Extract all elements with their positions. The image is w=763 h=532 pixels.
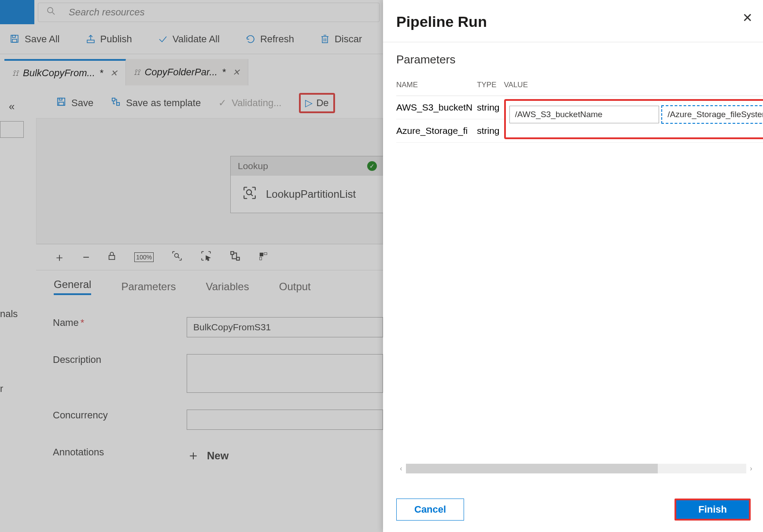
refresh-button[interactable]: Refresh bbox=[245, 33, 294, 45]
activity-body: LookupPartitionList bbox=[231, 176, 384, 213]
template-icon bbox=[111, 97, 121, 109]
debug-label: De bbox=[316, 97, 328, 109]
trash-icon bbox=[320, 34, 330, 44]
scroll-track[interactable] bbox=[406, 464, 746, 473]
svg-rect-18 bbox=[260, 252, 263, 256]
param-type: string bbox=[477, 96, 504, 119]
pipeline-toolbar: Save Save as template ✓ Validating... ▷ … bbox=[36, 88, 383, 118]
lock-icon[interactable] bbox=[107, 251, 117, 264]
tab-label: CopyFolderPar... bbox=[144, 66, 217, 78]
name-label: Name* bbox=[53, 317, 187, 329]
save-all-icon bbox=[10, 34, 20, 44]
activity-name: LookupPartitionList bbox=[266, 188, 356, 200]
zoom-100-icon[interactable]: 100% bbox=[134, 252, 154, 262]
tab-bulkcopy[interactable]: ⟟⟟ BulkCopyFrom... * ✕ bbox=[4, 59, 126, 85]
svg-rect-5 bbox=[87, 40, 94, 43]
close-icon[interactable]: ✕ bbox=[110, 68, 118, 78]
check-icon bbox=[158, 34, 168, 44]
save-button[interactable]: Save bbox=[56, 97, 93, 109]
col-type: TYPE bbox=[477, 74, 504, 96]
search-box[interactable] bbox=[38, 3, 380, 22]
scroll-thumb[interactable] bbox=[406, 464, 658, 473]
success-icon: ✓ bbox=[367, 161, 377, 171]
search-input[interactable] bbox=[69, 7, 371, 18]
collapse-icon[interactable]: « bbox=[9, 100, 15, 113]
zoom-fit-icon[interactable] bbox=[171, 250, 183, 265]
param-row: AWS_S3_bucketN string bbox=[396, 96, 763, 119]
tab-output[interactable]: Output bbox=[279, 281, 311, 293]
param-type: string bbox=[477, 119, 504, 143]
new-annotation-button[interactable]: ＋ New bbox=[187, 447, 229, 465]
scroll-left-icon[interactable]: ‹ bbox=[396, 465, 406, 473]
name-input[interactable] bbox=[187, 317, 383, 337]
plus-icon: ＋ bbox=[187, 447, 200, 465]
svg-line-15 bbox=[178, 257, 179, 258]
concurrency-input[interactable] bbox=[187, 410, 383, 430]
tab-strip: ⟟⟟ BulkCopyFrom... * ✕ ⟟⟟ CopyFolderPar.… bbox=[4, 59, 383, 85]
minimap-icon[interactable] bbox=[258, 251, 268, 264]
pipeline-run-panel: ✕ Pipeline Run Parameters NAME TYPE VALU… bbox=[383, 0, 763, 532]
dirty-star: * bbox=[222, 66, 226, 78]
parameters-table: NAME TYPE VALUE AWS_S3_bucketN string Az… bbox=[396, 74, 763, 143]
close-icon[interactable]: ✕ bbox=[232, 67, 240, 78]
save-label: Save bbox=[71, 97, 93, 109]
select-icon[interactable] bbox=[200, 250, 212, 265]
svg-rect-3 bbox=[12, 35, 15, 37]
save-template-label: Save as template bbox=[126, 97, 201, 109]
refresh-icon bbox=[245, 34, 256, 44]
discard-button[interactable]: Discar bbox=[320, 33, 362, 45]
param-name: AWS_S3_bucketN bbox=[396, 96, 477, 119]
pipeline-icon: ⟟⟟ bbox=[134, 68, 140, 77]
tab-general[interactable]: General bbox=[54, 278, 91, 295]
svg-rect-10 bbox=[117, 103, 119, 105]
debug-button-highlighted[interactable]: ▷ De bbox=[299, 93, 335, 113]
save-all-label: Save All bbox=[25, 33, 60, 45]
finish-button[interactable]: Finish bbox=[675, 499, 751, 521]
tab-parameters[interactable]: Parameters bbox=[121, 281, 176, 293]
lookup-activity[interactable]: Lookup ✓ LookupPartitionList bbox=[230, 156, 384, 213]
tab-variables[interactable]: Variables bbox=[206, 281, 249, 293]
save-all-button[interactable]: Save All bbox=[10, 33, 60, 45]
svg-line-1 bbox=[52, 12, 55, 15]
svg-rect-20 bbox=[260, 257, 262, 259]
concurrency-label: Concurrency bbox=[53, 410, 187, 421]
side-input-box[interactable] bbox=[0, 121, 24, 138]
publish-button[interactable]: Publish bbox=[85, 33, 132, 45]
svg-rect-17 bbox=[236, 257, 240, 260]
cancel-button[interactable]: Cancel bbox=[396, 499, 464, 521]
lookup-icon bbox=[242, 185, 257, 203]
add-icon[interactable]: ＋ bbox=[54, 250, 65, 265]
svg-rect-19 bbox=[264, 252, 267, 255]
svg-line-12 bbox=[251, 194, 253, 196]
svg-rect-4 bbox=[12, 39, 17, 42]
play-icon: ▷ bbox=[305, 97, 313, 109]
validate-all-button[interactable]: Validate All bbox=[158, 33, 220, 45]
pipeline-canvas[interactable]: Lookup ✓ LookupPartitionList bbox=[36, 118, 383, 244]
top-bar bbox=[0, 0, 383, 24]
horizontal-scrollbar[interactable]: ‹ › bbox=[396, 463, 756, 474]
col-value: VALUE bbox=[504, 74, 763, 96]
tab-copyfolder[interactable]: ⟟⟟ CopyFolderPar... * ✕ bbox=[126, 59, 248, 85]
param-value-input[interactable] bbox=[509, 106, 659, 123]
validating-indicator: ✓ Validating... bbox=[218, 97, 281, 109]
annotations-label: Annotations bbox=[53, 447, 187, 458]
scroll-right-icon[interactable]: › bbox=[746, 465, 756, 473]
detail-tabs: General Parameters Variables Output bbox=[36, 271, 383, 302]
svg-rect-9 bbox=[112, 98, 115, 101]
description-label: Description bbox=[53, 354, 187, 366]
auto-layout-icon[interactable] bbox=[229, 250, 241, 265]
publish-label: Publish bbox=[100, 33, 132, 45]
panel-title: Pipeline Run bbox=[383, 0, 763, 42]
param-name: Azure_Storage_fi bbox=[396, 119, 477, 143]
col-name: NAME bbox=[396, 74, 477, 96]
description-input[interactable] bbox=[187, 354, 383, 393]
activity-type: Lookup bbox=[238, 161, 268, 171]
nav-text-2: r bbox=[0, 383, 3, 395]
activity-header: Lookup ✓ bbox=[231, 156, 384, 176]
svg-rect-13 bbox=[109, 255, 115, 259]
remove-icon[interactable]: − bbox=[83, 251, 89, 264]
param-value-input[interactable] bbox=[661, 105, 763, 124]
save-template-button[interactable]: Save as template bbox=[111, 97, 201, 109]
panel-footer: Cancel Finish bbox=[396, 499, 751, 521]
close-icon[interactable]: ✕ bbox=[742, 11, 752, 25]
